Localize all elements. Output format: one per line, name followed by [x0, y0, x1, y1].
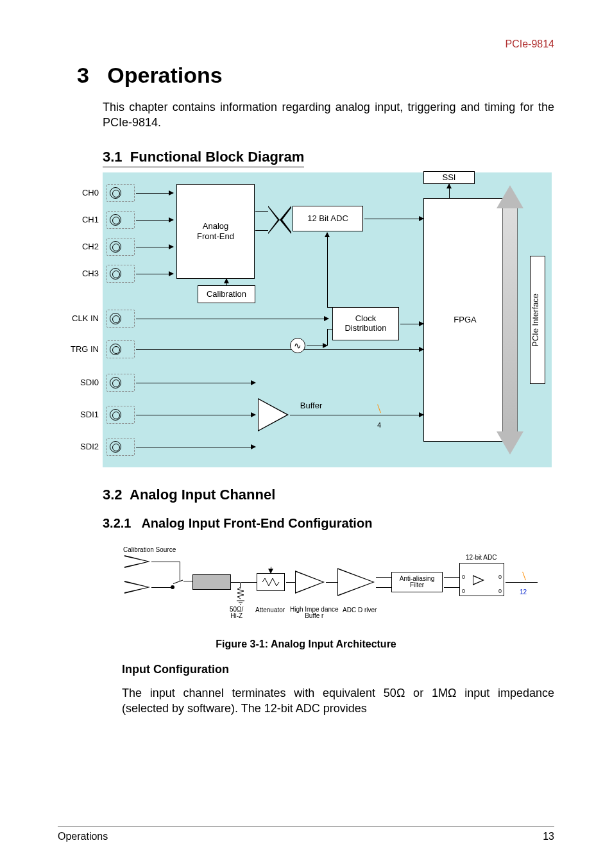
buffer-label: Buffer	[289, 397, 334, 415]
bits-count: 12	[520, 588, 527, 596]
calibration-box: Calibration	[198, 285, 255, 303]
conn-ch1	[106, 211, 135, 229]
attenuator-box	[257, 573, 285, 591]
pcie-interface-box: PCIe Interface	[530, 256, 545, 384]
functional-block-diagram: SSI CH0 CH1 CH2 CH3 CLK IN TRG IN SDI0 S…	[103, 172, 552, 467]
filter-box: Anti-aliasing Filter	[391, 572, 443, 592]
conn-sdi2	[106, 438, 135, 456]
port-clkin: CLK IN	[67, 313, 99, 323]
port-sdi0: SDI0	[67, 378, 99, 387]
section-3-1-title: 3.1 Functional Block Diagram	[103, 149, 304, 167]
header-product: PCIe-9814	[58, 38, 554, 50]
footer-section: Operations	[58, 831, 108, 842]
oscillator-icon: ∿	[290, 338, 305, 353]
port-ch2: CH2	[67, 242, 99, 251]
port-ch3: CH3	[67, 269, 99, 278]
section-3-2-1-title: 3.2.1 Analog Input Front-End Configurati…	[103, 516, 554, 531]
clock-dist-box: Clock Distribution	[332, 307, 399, 340]
port-sdi2: SDI2	[67, 442, 99, 451]
footer-page-number: 13	[543, 831, 554, 842]
conn-ch0	[106, 184, 135, 202]
port-sdi1: SDI1	[67, 410, 99, 419]
port-trgin: TRG IN	[67, 344, 99, 354]
conn-ch2	[106, 238, 135, 256]
adc-bits-label: 12-bit ADC	[466, 554, 497, 561]
cal-source-label: Calibration Source	[123, 546, 176, 553]
input-config-heading: Input Configuration	[122, 663, 554, 676]
resistor-icon	[236, 587, 245, 600]
adcdrv-label: ADC D river	[343, 606, 377, 613]
adc-box-d2: 0 0 0 0	[459, 563, 504, 596]
analog-input-arch-diagram: Calibration Source 50Ω/ Hi-Z Attenuator …	[103, 546, 552, 630]
input-coupling-box	[192, 574, 231, 590]
slash-count: 4	[377, 421, 381, 429]
adc-box: 12 Bit ADC	[293, 206, 363, 231]
figure-caption: Figure 3-1: Analog Input Architecture	[58, 638, 554, 650]
port-ch0: CH0	[67, 188, 99, 197]
impedance-label: 50Ω/ Hi-Z	[230, 606, 243, 619]
fpga-box: FPGA	[423, 198, 507, 442]
page-footer: Operations 13	[58, 826, 554, 842]
hibuf-label: High Impe dance Buffe r	[290, 606, 339, 619]
ssi-box: SSI	[423, 171, 475, 184]
attenuator-label: Attenuator	[255, 606, 285, 613]
conn-ch3	[106, 265, 135, 283]
section-3-2-title: 3.2 Analog Input Channel	[103, 487, 554, 503]
afe-box: Analog Front-End	[176, 184, 255, 279]
conn-trgin	[106, 340, 135, 358]
bus-double-arrow-icon	[497, 185, 523, 455]
port-ch1: CH1	[67, 215, 99, 224]
buffer-amp-icon	[258, 398, 289, 431]
input-config-body: The input channel terminates with equiva…	[122, 685, 554, 717]
conn-clkin	[106, 310, 135, 328]
intro-paragraph: This chapter contains information regard…	[103, 99, 554, 131]
conn-sdi1	[106, 406, 135, 424]
chapter-title: 3 Operations	[77, 63, 554, 88]
conn-sdi0	[106, 374, 135, 392]
